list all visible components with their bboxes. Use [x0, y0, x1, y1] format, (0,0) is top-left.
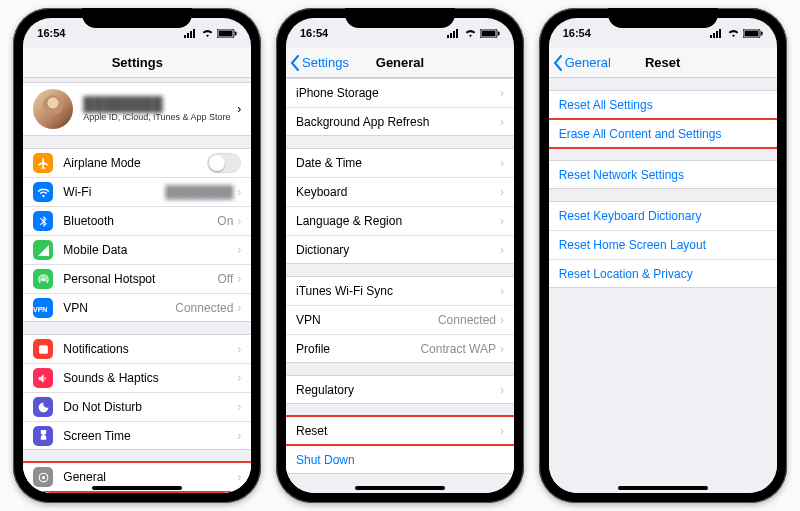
battery-icon	[743, 29, 763, 38]
row-control-centre[interactable]: Control Centre›	[23, 491, 251, 493]
reset-group-c: Reset Keyboard DictionaryReset Home Scre…	[549, 201, 777, 288]
navbar-title: Settings	[112, 55, 163, 70]
chevron-right-icon: ›	[237, 214, 241, 228]
row-label: Reset Home Screen Layout	[559, 238, 767, 252]
row-mobile-data[interactable]: Mobile Data›	[23, 235, 251, 264]
row-regulatory[interactable]: Regulatory›	[286, 375, 514, 404]
row-label: Reset Location & Privacy	[559, 267, 767, 281]
status-time: 16:54	[563, 27, 591, 39]
svg-rect-2	[190, 31, 192, 38]
airplane-icon	[33, 153, 53, 173]
row-label: Bluetooth	[63, 214, 217, 228]
row-personal-hotspot[interactable]: Personal HotspotOff›	[23, 264, 251, 293]
row-do-not-disturb[interactable]: Do Not Disturb›	[23, 392, 251, 421]
content[interactable]: iPhone Storage›Background App Refresh› D…	[286, 78, 514, 493]
chevron-right-icon: ›	[500, 342, 504, 356]
status-time: 16:54	[37, 27, 65, 39]
row-vpn[interactable]: VPNConnected›	[286, 305, 514, 334]
chevron-right-icon: ›	[237, 342, 241, 356]
sounds-icon	[33, 368, 53, 388]
row-language-region[interactable]: Language & Region›	[286, 206, 514, 235]
row-sounds-haptics[interactable]: Sounds & Haptics›	[23, 363, 251, 392]
back-label: Settings	[302, 55, 349, 70]
navbar-title: General	[376, 55, 424, 70]
chevron-right-icon: ›	[237, 400, 241, 414]
row-erase-all-content-and-settings[interactable]: Erase All Content and Settings	[549, 119, 777, 148]
home-indicator[interactable]	[355, 486, 445, 490]
phone-settings: 16:54 Settings ████████ Apple ID, iCloud…	[13, 8, 261, 503]
row-iphone-storage[interactable]: iPhone Storage›	[286, 78, 514, 107]
svg-rect-17	[450, 33, 452, 38]
home-indicator[interactable]	[92, 486, 182, 490]
wifi-icon	[33, 182, 53, 202]
svg-rect-18	[453, 31, 455, 38]
row-screen-time[interactable]: Screen Time›	[23, 421, 251, 450]
row-profile[interactable]: ProfileContract WAP›	[286, 334, 514, 363]
row-dictionary[interactable]: Dictionary›	[286, 235, 514, 264]
chevron-right-icon: ›	[500, 424, 504, 438]
profile-name: ████████	[83, 96, 237, 112]
back-button[interactable]: Settings	[290, 48, 349, 77]
row-notifications[interactable]: Notifications›	[23, 334, 251, 363]
navbar: Settings General	[286, 48, 514, 78]
row-reset-location-privacy[interactable]: Reset Location & Privacy	[549, 259, 777, 288]
row-airplane-mode[interactable]: Airplane Mode	[23, 148, 251, 177]
row-background-app-refresh[interactable]: Background App Refresh›	[286, 107, 514, 136]
row-reset-all-settings[interactable]: Reset All Settings	[549, 90, 777, 119]
row-reset-keyboard-dictionary[interactable]: Reset Keyboard Dictionary	[549, 201, 777, 230]
notch	[345, 8, 455, 28]
svg-rect-23	[710, 35, 712, 38]
svg-rect-16	[447, 35, 449, 38]
screen: 16:54 Settings ████████ Apple ID, iCloud…	[23, 18, 251, 493]
row-keyboard[interactable]: Keyboard›	[286, 177, 514, 206]
chevron-right-icon: ›	[500, 243, 504, 257]
profile-row[interactable]: ████████ Apple ID, iCloud, iTunes & App …	[23, 82, 251, 136]
svg-point-7	[42, 277, 45, 280]
row-reset-home-screen-layout[interactable]: Reset Home Screen Layout	[549, 230, 777, 259]
general-group-a: iPhone Storage›Background App Refresh›	[286, 78, 514, 136]
vpn-icon: VPN	[33, 298, 53, 318]
row-shut-down[interactable]: Shut Down	[286, 445, 514, 474]
signal-icon	[710, 29, 724, 38]
row-label: Wi-Fi	[63, 185, 165, 199]
toggle-switch[interactable]	[207, 153, 241, 173]
navbar: General Reset	[549, 48, 777, 78]
row-date-time[interactable]: Date & Time›	[286, 148, 514, 177]
signal-icon	[447, 29, 461, 38]
row-label: General	[63, 470, 237, 484]
row-label: Reset All Settings	[559, 98, 767, 112]
notifications-icon	[33, 339, 53, 359]
screen-time-icon	[33, 426, 53, 446]
reset-group-b: Reset Network Settings	[549, 160, 777, 189]
status-time: 16:54	[300, 27, 328, 39]
row-bluetooth[interactable]: BluetoothOn›	[23, 206, 251, 235]
row-reset-network-settings[interactable]: Reset Network Settings	[549, 160, 777, 189]
chevron-right-icon: ›	[500, 156, 504, 170]
svg-rect-21	[481, 30, 495, 36]
notch	[82, 8, 192, 28]
row-reset[interactable]: Reset›	[286, 416, 514, 445]
chevron-right-icon: ›	[237, 185, 241, 199]
svg-text:VPN: VPN	[33, 306, 47, 313]
svg-rect-6	[235, 31, 237, 35]
row-label: Personal Hotspot	[63, 272, 217, 286]
row-wi-fi[interactable]: Wi-Fi████████›	[23, 177, 251, 206]
svg-rect-24	[713, 33, 715, 38]
row-value: Contract WAP	[420, 342, 496, 356]
svg-rect-22	[498, 31, 500, 35]
row-label: Language & Region	[296, 214, 500, 228]
general-icon	[33, 467, 53, 487]
content[interactable]: ████████ Apple ID, iCloud, iTunes & App …	[23, 78, 251, 493]
chevron-right-icon: ›	[237, 429, 241, 443]
row-itunes-wi-fi-sync[interactable]: iTunes Wi-Fi Sync›	[286, 276, 514, 305]
content[interactable]: Reset All SettingsErase All Content and …	[549, 78, 777, 493]
home-indicator[interactable]	[618, 486, 708, 490]
row-label: Reset Keyboard Dictionary	[559, 209, 767, 223]
row-vpn[interactable]: VPNVPNConnected›	[23, 293, 251, 322]
navbar: Settings	[23, 48, 251, 78]
back-label: General	[565, 55, 611, 70]
general-group-d: Regulatory›	[286, 375, 514, 404]
back-button[interactable]: General	[553, 48, 611, 77]
row-label: iPhone Storage	[296, 86, 500, 100]
row-value: ████████	[165, 185, 233, 199]
